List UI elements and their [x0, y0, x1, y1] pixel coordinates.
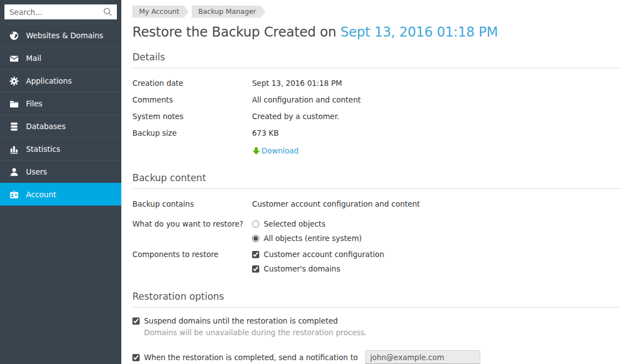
sidebar-item-label: Files: [26, 99, 43, 108]
download-arrow-icon: [252, 147, 260, 155]
sidebar-item-mail[interactable]: Mail: [0, 47, 121, 69]
sidebar-search: [0, 0, 121, 24]
backup-content-heading: Backup content: [132, 172, 620, 189]
sidebar-item-websites-domains[interactable]: Websites & Domains: [0, 24, 121, 47]
sidebar-item-label: Statistics: [26, 145, 60, 153]
mail-icon: [9, 54, 19, 63]
suspend-domains-label[interactable]: Suspend domains until the restoration is…: [144, 316, 338, 325]
id-badge-icon: [9, 190, 19, 199]
download-row: Download: [132, 143, 620, 158]
page-title-prefix: Restore the Backup Created on: [132, 24, 340, 40]
account-config-checkbox[interactable]: [252, 251, 259, 258]
sidebar-item-users[interactable]: Users: [0, 160, 121, 183]
details-heading: Details: [132, 52, 620, 68]
detail-row-system-notes: System notes Created by a customer.: [132, 108, 620, 125]
components-options: Customer account configuration Customer'…: [252, 247, 384, 276]
notification-checkbox[interactable]: [132, 354, 140, 361]
breadcrumb: My Account Backup Manager: [132, 6, 620, 18]
checkbox-row-customer-domains: Customer's domains: [252, 262, 384, 276]
suspend-domains-hint: Domains will be unavailable during the r…: [144, 328, 620, 337]
sidebar-item-applications[interactable]: Applications: [0, 69, 121, 92]
page-title-date: Sept 13, 2016 01:18 PM: [340, 24, 497, 40]
detail-label: Comments: [132, 95, 252, 104]
sidebar-item-label: Users: [26, 167, 47, 176]
selected-objects-radio[interactable]: [252, 221, 259, 228]
radio-row-all-objects: All objects (entire system): [252, 231, 362, 245]
gear-icon: [9, 76, 19, 86]
sidebar-item-account[interactable]: Account: [0, 183, 121, 206]
sidebar-item-label: Account: [26, 190, 57, 199]
detail-value: 673 KB: [252, 129, 279, 137]
account-config-label[interactable]: Customer account configuration: [264, 250, 384, 259]
restore-scope-options: Selected objects All objects (entire sys…: [252, 217, 362, 245]
bar-chart-icon: [9, 145, 19, 154]
sidebar-item-label: Databases: [26, 122, 65, 131]
folder-icon: [9, 99, 19, 109]
suspend-domains-checkbox[interactable]: [132, 317, 140, 325]
search-icon[interactable]: [103, 7, 112, 17]
components-row: Components to restore Customer account c…: [132, 247, 620, 276]
checkbox-row-account-config: Customer account configuration: [252, 247, 384, 262]
restore-scope-label: What do you want to restore?: [132, 217, 252, 228]
backup-content-rows: Backup contains Customer account configu…: [132, 196, 620, 276]
sidebar: Websites & Domains Mail Applications Fil…: [0, 0, 121, 364]
detail-label: Creation date: [132, 79, 252, 88]
components-label: Components to restore: [132, 247, 252, 259]
download-label: Download: [261, 146, 299, 155]
suspend-domains-row: Suspend domains until the restoration is…: [132, 316, 620, 325]
notification-row: When the restoration is completed, send …: [132, 350, 620, 364]
customer-domains-checkbox[interactable]: [252, 265, 259, 273]
customer-domains-label[interactable]: Customer's domains: [264, 264, 340, 273]
notification-email-input[interactable]: [365, 350, 480, 364]
detail-label: Backup size: [132, 129, 252, 137]
sidebar-item-databases[interactable]: Databases: [0, 115, 121, 137]
user-icon: [9, 167, 19, 177]
detail-row-comments: Comments All configuration and content: [132, 91, 620, 108]
backup-contains-value: Customer account configuration and conte…: [252, 199, 420, 208]
restoration-options-heading: Restoration options: [132, 291, 620, 307]
backup-contains-row: Backup contains Customer account configu…: [132, 196, 620, 212]
globe-icon: [9, 31, 19, 40]
detail-label: System notes: [132, 112, 252, 121]
main-content: My Account Backup Manager Restore the Ba…: [121, 0, 621, 364]
all-objects-label[interactable]: All objects (entire system): [264, 234, 362, 243]
notification-label[interactable]: When the restoration is completed, send …: [144, 353, 358, 362]
sidebar-item-label: Mail: [26, 54, 41, 63]
selected-objects-label[interactable]: Selected objects: [264, 219, 325, 228]
radio-row-selected-objects: Selected objects: [252, 217, 362, 231]
breadcrumb-backup-manager[interactable]: Backup Manager: [192, 6, 266, 18]
sidebar-item-files[interactable]: Files: [0, 92, 121, 115]
download-link[interactable]: Download: [252, 146, 299, 155]
all-objects-radio[interactable]: [252, 235, 259, 242]
restore-scope-row: What do you want to restore? Selected ob…: [132, 217, 620, 245]
detail-value: Created by a customer.: [252, 112, 340, 121]
detail-value: Sept 13, 2016 01:18 PM: [252, 79, 342, 88]
detail-value: All configuration and content: [252, 95, 361, 104]
sidebar-item-statistics[interactable]: Statistics: [0, 137, 121, 160]
search-input[interactable]: [4, 4, 117, 19]
details-rows: Creation date Sept 13, 2016 01:18 PM Com…: [132, 75, 620, 141]
detail-row-backup-size: Backup size 673 KB: [132, 125, 620, 141]
page-title: Restore the Backup Created on Sept 13, 2…: [132, 24, 620, 40]
database-icon: [9, 122, 19, 131]
detail-row-creation-date: Creation date Sept 13, 2016 01:18 PM: [132, 75, 620, 91]
sidebar-item-label: Websites & Domains: [26, 31, 103, 40]
breadcrumb-my-account[interactable]: My Account: [132, 6, 189, 18]
sidebar-item-label: Applications: [26, 76, 71, 85]
backup-contains-label: Backup contains: [132, 199, 252, 208]
